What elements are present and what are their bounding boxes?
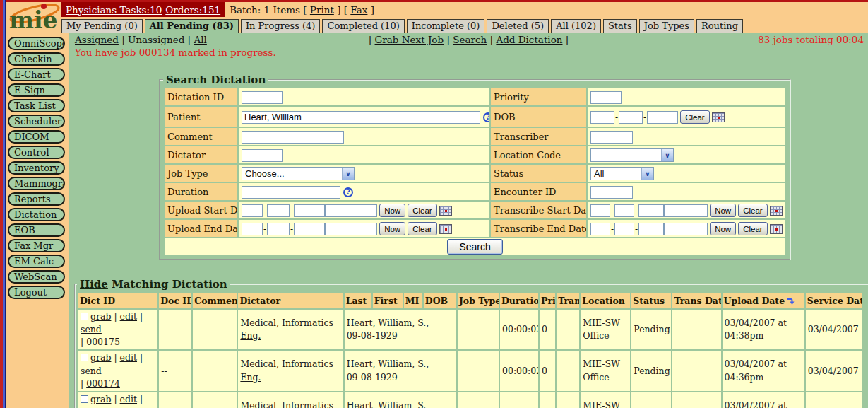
search-submit-button[interactable]: Search <box>447 239 502 255</box>
patient-mi-link[interactable]: S. <box>417 317 426 328</box>
tab-stats[interactable]: Stats <box>603 19 637 33</box>
patient-help-icon[interactable]: ? <box>483 112 489 122</box>
transcribe-start-clear-button[interactable]: Clear <box>738 204 767 217</box>
transcribe-start-day-input[interactable] <box>614 204 634 217</box>
sidebar-item-em-calc[interactable]: EM Calc <box>8 255 65 268</box>
upload-end-clear-button[interactable]: Clear <box>408 222 436 235</box>
dict-id-link[interactable]: 000174 <box>86 378 120 389</box>
row-checkbox[interactable] <box>81 354 88 361</box>
column-header-location[interactable]: Location <box>581 293 630 308</box>
transcribe-start-calendar-icon[interactable] <box>770 206 783 216</box>
upload-start-clear-button[interactable]: Clear <box>408 204 436 217</box>
transcribe-start-now-button[interactable]: Now <box>710 204 736 217</box>
sidebar-item-mammogra[interactable]: Mammogra <box>8 177 65 190</box>
patient-first-link[interactable]: William <box>378 359 412 369</box>
transcribe-end-now-button[interactable]: Now <box>710 222 736 235</box>
sidebar-item-fax-mgr[interactable]: Fax Mgr <box>8 239 65 252</box>
hide-results-link[interactable]: Hide <box>80 278 108 291</box>
sidebar-item-logout[interactable]: Logout <box>8 286 65 299</box>
transcribe-end-time-input[interactable] <box>664 223 708 235</box>
transcribe-start-year-input[interactable] <box>638 204 664 217</box>
comment-input[interactable] <box>242 131 344 144</box>
sidebar-item-eob[interactable]: EOB <box>8 223 65 237</box>
filter-all-link[interactable]: All <box>194 34 206 45</box>
dob-month-input[interactable] <box>590 111 614 124</box>
sidebar-item-checkin[interactable]: Checkin <box>8 52 65 66</box>
duration-help-icon[interactable]: ? <box>343 187 353 197</box>
upload-end-month-input[interactable] <box>242 223 263 235</box>
column-header-dob[interactable]: DOB <box>424 293 456 308</box>
column-header-dict-id[interactable]: Dict ID <box>78 293 157 308</box>
sidebar-item-e-chart[interactable]: E-Chart <box>8 68 65 81</box>
grab-link[interactable]: grab <box>90 352 111 363</box>
fax-link[interactable]: Fax <box>350 4 367 16</box>
tab-job-types[interactable]: Job Types <box>639 19 694 33</box>
tab-my-pending-0[interactable]: My Pending (0) <box>61 19 143 33</box>
tab-incomplete-0[interactable]: Incomplete (0) <box>407 19 485 33</box>
dictation-id-input[interactable] <box>242 91 283 104</box>
upload-end-now-button[interactable]: Now <box>379 222 405 235</box>
sidebar-item-reports[interactable]: Reports <box>8 192 65 206</box>
column-header-upload-date[interactable]: Upload Date <box>723 293 804 308</box>
edit-link[interactable]: edit <box>120 394 137 404</box>
print-link[interactable]: Print <box>310 4 334 16</box>
patient-first-link[interactable]: William <box>378 400 412 408</box>
dictator-link[interactable]: Medical, Informatics Eng. <box>240 317 333 341</box>
patient-last-link[interactable]: Heart <box>347 359 373 369</box>
dob-calendar-icon[interactable] <box>712 112 725 122</box>
location-code-select[interactable]: ∨ <box>590 148 674 162</box>
column-header-last[interactable]: Last <box>345 293 371 308</box>
sidebar-item-webscan[interactable]: WebScan <box>8 270 65 284</box>
dict-id-link[interactable]: 000175 <box>86 337 120 347</box>
upload-end-calendar-icon[interactable] <box>439 224 452 234</box>
transcribe-end-year-input[interactable] <box>638 223 664 235</box>
sidebar-item-control[interactable]: Control <box>8 146 65 159</box>
sidebar-item-scheduler[interactable]: Scheduler <box>8 115 65 128</box>
column-header-status[interactable]: Status <box>631 293 671 308</box>
search-link[interactable]: Search <box>453 34 487 45</box>
sidebar-item-e-sign[interactable]: E-Sign <box>8 83 65 97</box>
upload-start-time-input[interactable] <box>325 204 377 217</box>
edit-link[interactable]: edit <box>120 352 137 363</box>
upload-start-month-input[interactable] <box>242 204 263 217</box>
row-checkbox[interactable] <box>81 313 88 320</box>
edit-link[interactable]: edit <box>120 311 137 322</box>
patient-last-link[interactable]: Heart <box>347 400 373 408</box>
column-header-duration[interactable]: Duration <box>500 293 538 308</box>
tab-routing[interactable]: Routing <box>696 19 743 33</box>
transcriber-input[interactable] <box>590 131 633 144</box>
column-header-mi[interactable]: MI <box>404 293 422 308</box>
column-header-service-date[interactable]: Service Date <box>806 293 862 308</box>
patient-input[interactable] <box>242 111 480 124</box>
tab-in-progress-4[interactable]: In Progress (4) <box>241 19 321 33</box>
patient-last-link[interactable]: Heart <box>347 317 373 328</box>
sidebar-item-omniscope[interactable]: OmniScope <box>8 37 65 50</box>
tab-completed-10[interactable]: Completed (10) <box>322 19 404 33</box>
tab-deleted-5[interactable]: Deleted (5) <box>487 19 549 33</box>
dob-year-input[interactable] <box>647 111 678 124</box>
sidebar-item-dicom[interactable]: DICOM <box>8 130 65 144</box>
patient-first-link[interactable]: William <box>378 317 412 328</box>
patient-mi-link[interactable]: S. <box>417 400 426 408</box>
status-select[interactable]: All∨ <box>590 167 654 180</box>
priority-input[interactable] <box>590 91 622 104</box>
column-header-first[interactable]: First <box>373 293 403 308</box>
physicians-tasks-link[interactable]: Physicians Tasks:10 <box>66 4 162 16</box>
dictator-link[interactable]: Medical, Informatics Eng. <box>240 359 333 382</box>
sidebar-item-inventory[interactable]: Inventory <box>8 161 65 175</box>
orders-link[interactable]: Orders:151 <box>165 4 220 16</box>
encounter-id-input[interactable] <box>590 186 633 199</box>
dob-clear-button[interactable]: Clear <box>680 110 709 124</box>
column-header-pri[interactable]: Pri <box>540 293 555 308</box>
sidebar-item-task-list[interactable]: Task List <box>8 99 65 112</box>
duration-input[interactable] <box>242 186 340 199</box>
transcribe-start-time-input[interactable] <box>664 204 708 217</box>
send-link[interactable]: send <box>81 366 102 376</box>
tab-all-pending-83[interactable]: All Pending (83) <box>145 19 239 33</box>
transcribe-start-month-input[interactable] <box>590 204 610 217</box>
grab-link[interactable]: grab <box>90 311 111 322</box>
column-header-trans-date[interactable]: Trans Date <box>672 293 720 308</box>
filter-unassigned[interactable]: Unassigned <box>128 34 184 45</box>
upload-start-year-input[interactable] <box>294 204 325 217</box>
upload-start-calendar-icon[interactable] <box>439 206 452 216</box>
